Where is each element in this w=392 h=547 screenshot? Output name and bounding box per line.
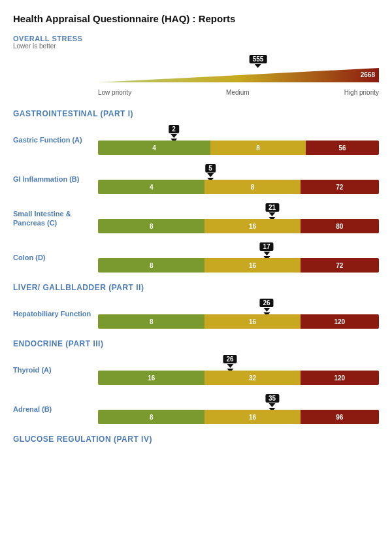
page-title: Health Appraisal Questionnaire (HAQ) : R… <box>13 13 379 24</box>
bar-yellow: 16 <box>204 410 300 424</box>
bar-yellow: 32 <box>204 371 300 385</box>
section-header-3: GLUCOSE REGULATION (PART IV) <box>13 435 379 444</box>
chart-row: Colon (D)1781672 <box>13 242 379 273</box>
bar-marker: 17 <box>259 242 273 260</box>
section-1: LIVER/ GALLBLADDER (PART II)Hepatobiliar… <box>13 283 379 329</box>
chart-row: Hepatobiliary Function26816120 <box>13 299 379 329</box>
marker-badge: 2 <box>169 125 179 133</box>
marker-badge: 17 <box>259 242 273 251</box>
bar-green: 8 <box>98 410 204 424</box>
overall-stress-section: OVERALL STRESS Lower is better 555 2668 … <box>13 35 379 96</box>
section-0: GASTROINTESTINAL (PART I)Gastric Functio… <box>13 109 379 273</box>
bar-area: 2181680 <box>98 203 379 233</box>
chart-row: GI Inflammation (B)54872 <box>13 164 379 194</box>
chart-label: Adrenal (B) <box>13 405 98 414</box>
bar-area: 3581696 <box>98 394 379 424</box>
bar-red: 72 <box>301 258 379 273</box>
bar-green: 4 <box>98 180 204 194</box>
chart-label: Small Intestine & Pancreas (C) <box>13 209 98 228</box>
bar-marker: 5 <box>205 164 216 182</box>
bar-area: 24856 <box>98 125 379 155</box>
overall-stress-label: OVERALL STRESS <box>13 35 379 42</box>
chart-row: Adrenal (B)3581696 <box>13 394 379 424</box>
bar-track: 1632120 <box>98 371 379 385</box>
stress-marker-555: 555 <box>250 55 267 68</box>
bar-yellow: 16 <box>204 314 300 329</box>
chart-label: Colon (D) <box>13 253 98 262</box>
chart-row: Gastric Function (A)24856 <box>13 125 379 155</box>
bar-red: 96 <box>301 410 379 424</box>
bar-marker: 26 <box>259 299 273 316</box>
bar-yellow: 8 <box>204 180 300 194</box>
marker-badge: 5 <box>205 164 216 173</box>
bar-green: 4 <box>98 141 210 155</box>
section-3: GLUCOSE REGULATION (PART IV) <box>13 435 379 444</box>
section-header-1: LIVER/ GALLBLADDER (PART II) <box>13 283 379 292</box>
stress-axis-labels: Low priority Medium High priority <box>98 89 379 96</box>
marker-badge: 26 <box>223 355 237 363</box>
bar-green: 16 <box>98 371 204 385</box>
chart-row: Thyroid (A)261632120 <box>13 355 379 385</box>
bar-track: 4856 <box>98 141 379 155</box>
bar-track: 81696 <box>98 410 379 424</box>
bar-red: 72 <box>301 180 379 194</box>
bar-red: 80 <box>301 219 379 233</box>
bar-red: 56 <box>306 141 379 155</box>
label-high: High priority <box>344 89 379 96</box>
stress-bar-bg <box>98 68 379 82</box>
bar-yellow: 16 <box>204 219 300 233</box>
label-medium: Medium <box>226 89 250 96</box>
bar-marker: 35 <box>265 394 279 412</box>
bar-area: 261632120 <box>98 355 379 385</box>
label-low: Low priority <box>98 89 131 96</box>
bar-green: 8 <box>98 314 204 329</box>
bar-yellow: 16 <box>204 258 300 273</box>
bar-marker: 2 <box>169 125 179 142</box>
marker-badge: 26 <box>259 299 273 307</box>
marker-badge: 35 <box>265 394 279 403</box>
bar-track: 4872 <box>98 180 379 194</box>
bar-marker: 26 <box>223 355 237 373</box>
chart-label: Gastric Function (A) <box>13 135 98 144</box>
marker-badge: 21 <box>265 203 279 212</box>
bar-yellow: 8 <box>210 141 306 155</box>
bar-green: 8 <box>98 219 204 233</box>
stress-bar-area: 555 2668 Low priority Medium High priori… <box>98 54 379 96</box>
sections-container: GASTROINTESTINAL (PART I)Gastric Functio… <box>13 109 379 444</box>
bar-area: 54872 <box>98 164 379 194</box>
bar-track: 816120 <box>98 314 379 329</box>
bar-marker: 21 <box>265 203 279 221</box>
bar-track: 81672 <box>98 258 379 273</box>
chart-label: GI Inflammation (B) <box>13 174 98 184</box>
section-2: ENDOCRINE (PART III)Thyroid (A)261632120… <box>13 339 379 424</box>
bar-green: 8 <box>98 258 204 273</box>
bar-track: 81680 <box>98 219 379 233</box>
chart-label: Hepatobiliary Function <box>13 309 98 318</box>
section-header-2: ENDOCRINE (PART III) <box>13 339 379 348</box>
chart-row: Small Intestine & Pancreas (C)2181680 <box>13 203 379 233</box>
bar-area: 26816120 <box>98 299 379 329</box>
bar-red: 120 <box>301 371 379 385</box>
lower-is-better: Lower is better <box>13 42 379 50</box>
section-header-0: GASTROINTESTINAL (PART I) <box>13 109 379 118</box>
stress-value-2668: 2668 <box>361 71 375 78</box>
bar-red: 120 <box>301 314 379 329</box>
bar-area: 1781672 <box>98 242 379 273</box>
chart-label: Thyroid (A) <box>13 365 98 374</box>
